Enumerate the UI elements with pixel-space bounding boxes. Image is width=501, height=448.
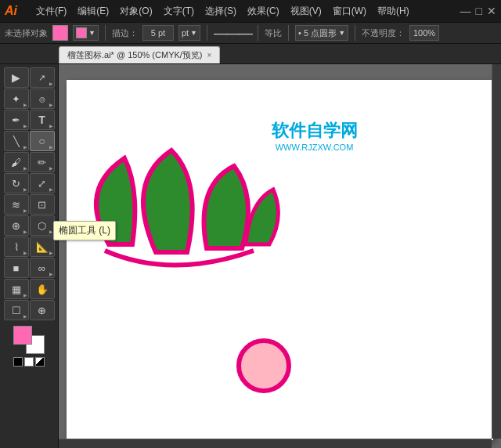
window-close[interactable]: ✕ bbox=[487, 5, 496, 17]
chart-tool[interactable]: ▦ ▶ bbox=[4, 279, 29, 299]
title-bar: Ai 文件(F) 编辑(E) 对象(O) 文字(T) 选择(S) 效果(C) 视… bbox=[0, 0, 501, 22]
menu-help[interactable]: 帮助(H) bbox=[373, 3, 414, 20]
paintbrush-tool[interactable]: 🖌 ▶ bbox=[4, 152, 29, 172]
sub-arrow: ▶ bbox=[23, 144, 27, 150]
tool-row-10: ■ ∞ ▶ bbox=[4, 258, 55, 278]
sub-arrow: ▶ bbox=[23, 292, 27, 298]
options-bar: 未选择对象 ▼ 描边： 5 pt pt ▼ ——— 等比 • 5 点圆形 ▼ 不… bbox=[0, 22, 501, 44]
chart-icon: ▦ bbox=[12, 284, 21, 295]
stroke-value-input[interactable]: 5 pt bbox=[142, 25, 174, 41]
pencil-tool[interactable]: ✏ ▶ bbox=[30, 152, 55, 172]
pink-circle bbox=[236, 338, 291, 393]
sub-arrow: ▶ bbox=[49, 165, 53, 171]
sub-arrow: ▶ bbox=[49, 144, 53, 150]
paintbrush-icon: 🖌 bbox=[11, 157, 21, 168]
measure-icon: 📐 bbox=[36, 241, 49, 253]
menu-edit[interactable]: 编辑(E) bbox=[73, 3, 114, 20]
app-logo: Ai bbox=[5, 4, 17, 18]
sub-arrow: ▶ bbox=[23, 123, 27, 128]
tool-row-8: ⊕ ▶ ⬡ ▶ bbox=[4, 215, 55, 236]
eyedropper-tool[interactable]: ⌇ ▶ bbox=[4, 237, 29, 257]
sub-arrow: ▶ bbox=[49, 81, 53, 86]
window-minimize[interactable]: — bbox=[460, 5, 471, 17]
menu-effect[interactable]: 效果(C) bbox=[243, 3, 284, 20]
selection-icon: ▶ bbox=[12, 71, 20, 84]
scale-tool[interactable]: ⤢ ▶ bbox=[30, 173, 55, 193]
horizontal-scrollbar[interactable] bbox=[59, 439, 492, 448]
no-selection-label: 未选择对象 bbox=[5, 27, 48, 39]
tool-row-5: 🖌 ▶ ✏ ▶ bbox=[4, 152, 55, 172]
shape-builder-tool[interactable]: ⊕ ▶ bbox=[4, 215, 29, 236]
menu-text[interactable]: 文字(T) bbox=[159, 3, 199, 20]
menu-file[interactable]: 文件(F) bbox=[31, 3, 71, 20]
fill-dropdown[interactable]: ▼ bbox=[73, 25, 99, 41]
brush-label: • 5 点圆形 bbox=[298, 27, 337, 39]
menu-bar[interactable]: 文件(F) 编辑(E) 对象(O) 文字(T) 选择(S) 效果(C) 视图(V… bbox=[31, 3, 414, 20]
zoom-tool[interactable]: ⊕ bbox=[30, 300, 55, 320]
window-maximize[interactable]: □ bbox=[476, 5, 482, 17]
magic-wand-tool[interactable]: ✦ ▶ bbox=[4, 89, 29, 109]
tab-close-btn[interactable]: × bbox=[207, 51, 212, 60]
warp-tool[interactable]: ≋ ▶ bbox=[4, 194, 29, 215]
fill-swatch[interactable] bbox=[52, 25, 68, 41]
left-toolbar: ▶ ↗ ▶ ✦ ▶ ⌾ ▶ ✒ ▶ T ▶ bbox=[0, 64, 59, 448]
vertical-scrollbar[interactable] bbox=[492, 64, 501, 439]
stroke-label: 描边： bbox=[112, 27, 138, 39]
menu-object[interactable]: 对象(O) bbox=[115, 3, 157, 20]
blend-icon: ∞ bbox=[38, 262, 45, 274]
selection-tool[interactable]: ▶ bbox=[4, 67, 29, 88]
tab-bar: 榴莲图标.ai* @ 150% (CMYK/预览) × bbox=[0, 44, 501, 64]
artboard-icon: ☐ bbox=[12, 305, 21, 316]
rotate-tool[interactable]: ↻ ▶ bbox=[4, 173, 29, 193]
sub-arrow: ▶ bbox=[49, 123, 53, 128]
document-tab[interactable]: 榴莲图标.ai* @ 150% (CMYK/预览) × bbox=[59, 46, 220, 63]
free-transform-icon: ⊡ bbox=[38, 199, 46, 211]
brush-dropdown[interactable]: • 5 点圆形 ▼ bbox=[295, 25, 348, 41]
artboard-tool[interactable]: ☐ ▶ bbox=[4, 300, 29, 320]
pencil-icon: ✏ bbox=[38, 157, 46, 168]
default-fg-swatch[interactable] bbox=[13, 357, 23, 367]
canvas-document: 软件自学网 WWW.RJZXW.COM bbox=[67, 80, 493, 440]
blend-tool[interactable]: ∞ ▶ bbox=[30, 258, 55, 278]
lasso-tool[interactable]: ⌾ ▶ bbox=[30, 89, 55, 109]
line-tool[interactable]: ╲ ▶ bbox=[4, 131, 29, 151]
gradient-tool[interactable]: ■ bbox=[4, 258, 29, 278]
main-area: ▶ ↗ ▶ ✦ ▶ ⌾ ▶ ✒ ▶ T ▶ bbox=[0, 64, 501, 448]
ellipse-tool[interactable]: ○ ▶ bbox=[30, 131, 55, 151]
opacity-input[interactable]: 100% bbox=[409, 25, 439, 41]
hand-tool[interactable]: ✋ bbox=[30, 279, 55, 299]
watermark-sub-text: WWW.RJZXW.COM bbox=[272, 143, 358, 152]
zoom-icon: ⊕ bbox=[38, 305, 46, 316]
color-area bbox=[13, 326, 45, 370]
swap-colors-btn[interactable] bbox=[35, 357, 45, 367]
measure-tool[interactable]: 📐 ▶ bbox=[30, 237, 55, 257]
sub-arrow: ▶ bbox=[49, 186, 53, 192]
shape-builder-icon: ⊕ bbox=[12, 220, 20, 232]
warp-icon: ≋ bbox=[12, 199, 20, 211]
default-bg-swatch[interactable] bbox=[24, 357, 34, 367]
menu-select[interactable]: 选择(S) bbox=[200, 3, 241, 20]
live-paint-tool[interactable]: ⬡ ▶ bbox=[30, 215, 55, 236]
sub-arrow: ▶ bbox=[23, 208, 27, 213]
durian-artwork bbox=[62, 143, 281, 284]
tool-row-4: ╲ ▶ ○ ▶ bbox=[4, 131, 55, 151]
canvas-area[interactable]: 软件自学网 WWW.RJZXW.COM bbox=[59, 64, 501, 448]
direct-selection-tool[interactable]: ↗ ▶ bbox=[30, 67, 55, 88]
direct-select-icon: ↗ bbox=[38, 73, 45, 83]
equal-label: 等比 bbox=[265, 27, 282, 39]
sub-arrow: ▶ bbox=[23, 165, 27, 171]
gradient-icon: ■ bbox=[13, 262, 20, 274]
free-transform-tool[interactable]: ⊡ bbox=[30, 194, 55, 215]
magic-wand-icon: ✦ bbox=[12, 93, 20, 105]
tool-row-12: ☐ ▶ ⊕ bbox=[4, 300, 55, 320]
sub-arrow: ▶ bbox=[23, 250, 27, 255]
eyedropper-icon: ⌇ bbox=[14, 241, 19, 253]
sub-arrow: ▶ bbox=[49, 271, 53, 276]
stroke-unit-dropdown[interactable]: pt ▼ bbox=[178, 25, 200, 41]
type-icon: T bbox=[38, 114, 45, 126]
pen-tool[interactable]: ✒ ▶ bbox=[4, 110, 29, 130]
type-tool[interactable]: T ▶ bbox=[30, 110, 55, 130]
menu-window[interactable]: 窗口(W) bbox=[328, 3, 371, 20]
foreground-color-swatch[interactable] bbox=[13, 326, 32, 345]
menu-view[interactable]: 视图(V) bbox=[286, 3, 326, 20]
